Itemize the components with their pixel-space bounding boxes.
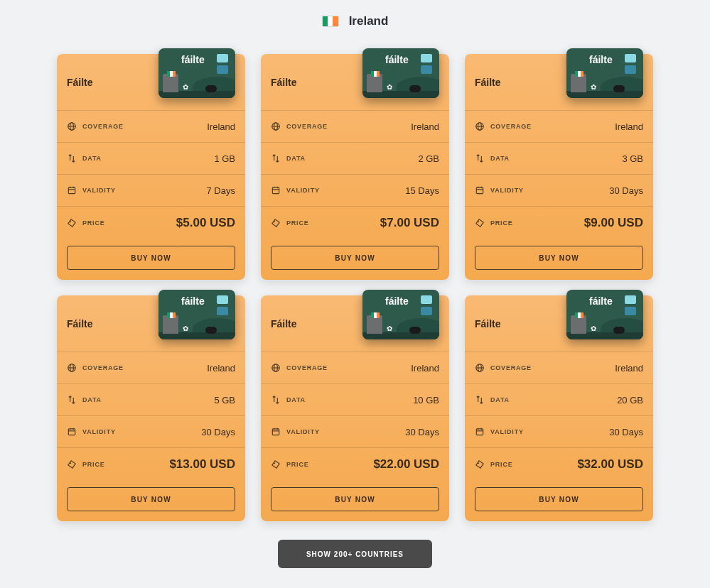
plan-card: fáilte ✿ Fáilte COVERAGE Ireland DATA <box>261 54 449 280</box>
data-row: DATA 3 GB <box>465 143 653 175</box>
data-row: DATA 1 GB <box>57 143 245 175</box>
price-tag-icon <box>271 459 281 469</box>
validity-value: 30 Days <box>201 427 235 437</box>
globe-icon <box>271 363 281 373</box>
ireland-flag-icon <box>322 16 339 27</box>
esim-card-image: fáilte ✿ <box>158 48 235 98</box>
coverage-row: COVERAGE Ireland <box>465 352 653 384</box>
data-row: DATA 5 GB <box>57 384 245 416</box>
esim-card-image: fáilte ✿ <box>362 48 439 98</box>
data-row: DATA 10 GB <box>261 384 449 416</box>
svg-rect-35 <box>272 429 279 435</box>
sim-chip-icon <box>217 295 228 304</box>
price-tag-icon <box>67 459 77 469</box>
validity-label: VALIDITY <box>286 428 320 435</box>
validity-value: 30 Days <box>609 185 643 196</box>
buy-now-button[interactable]: BUY NOW <box>271 487 439 511</box>
coverage-label: COVERAGE <box>286 123 328 130</box>
coverage-value: Ireland <box>411 363 439 374</box>
data-row: DATA 20 GB <box>465 384 653 416</box>
data-label: DATA <box>286 396 306 403</box>
calendar-icon <box>67 427 77 437</box>
esim-brand: fáilte <box>385 295 409 307</box>
plan-name: Fáilte <box>67 318 93 330</box>
coverage-value: Ireland <box>207 363 235 374</box>
coverage-row: COVERAGE Ireland <box>57 111 245 143</box>
svg-rect-19 <box>476 187 483 194</box>
validity-value: 15 Days <box>405 185 439 196</box>
buy-now-button[interactable]: BUY NOW <box>475 246 643 270</box>
buy-now-button[interactable]: BUY NOW <box>271 246 439 270</box>
validity-value: 30 Days <box>609 427 643 437</box>
validity-row: VALIDITY 30 Days <box>465 416 653 448</box>
coverage-value: Ireland <box>615 121 643 132</box>
data-label: DATA <box>490 396 510 403</box>
validity-label: VALIDITY <box>82 428 116 435</box>
price-value: $5.00 USD <box>176 216 235 230</box>
globe-icon <box>271 121 281 131</box>
coverage-label: COVERAGE <box>286 364 328 371</box>
svg-rect-27 <box>68 429 75 435</box>
calendar-icon <box>67 185 77 195</box>
price-label: PRICE <box>82 461 105 468</box>
validity-row: VALIDITY 30 Days <box>261 416 449 448</box>
data-label: DATA <box>82 155 102 162</box>
price-label: PRICE <box>490 219 513 227</box>
buy-now-button[interactable]: BUY NOW <box>67 246 235 270</box>
price-label: PRICE <box>286 219 309 227</box>
price-value: $13.00 USD <box>169 457 235 472</box>
validity-label: VALIDITY <box>490 428 524 435</box>
validity-row: VALIDITY 30 Days <box>465 175 653 207</box>
globe-icon <box>475 121 485 131</box>
arrows-icon <box>67 153 77 163</box>
globe-icon <box>67 121 77 131</box>
price-value: $7.00 USD <box>380 216 439 230</box>
data-value: 20 GB <box>617 395 643 405</box>
price-label: PRICE <box>286 461 309 468</box>
country-title: Ireland <box>349 14 389 28</box>
svg-point-23 <box>478 221 479 222</box>
price-tag-icon <box>67 218 77 228</box>
footer: SHOW 200+ COUNTRIES <box>0 535 710 582</box>
data-label: DATA <box>490 155 510 162</box>
price-row: PRICE $13.00 USD <box>57 448 245 480</box>
esim-brand: fáilte <box>385 54 409 65</box>
plan-name: Fáilte <box>475 77 501 88</box>
sim-chip-icon <box>217 54 228 62</box>
show-countries-button[interactable]: SHOW 200+ COUNTRIES <box>278 540 432 568</box>
calendar-icon <box>475 427 485 437</box>
coverage-value: Ireland <box>207 121 235 132</box>
validity-label: VALIDITY <box>490 187 524 194</box>
price-value: $22.00 USD <box>373 457 439 472</box>
buy-now-button[interactable]: BUY NOW <box>475 487 643 511</box>
plan-card: fáilte ✿ Fáilte COVERAGE Ireland DATA <box>57 54 245 280</box>
validity-row: VALIDITY 7 Days <box>57 175 245 207</box>
price-label: PRICE <box>82 219 105 227</box>
coverage-value: Ireland <box>411 121 439 132</box>
svg-rect-11 <box>272 187 279 194</box>
data-value: 10 GB <box>413 395 439 405</box>
price-row: PRICE $32.00 USD <box>465 448 653 480</box>
price-row: PRICE $9.00 USD <box>465 207 653 239</box>
coverage-value: Ireland <box>615 363 643 374</box>
plan-name: Fáilte <box>271 318 297 330</box>
coverage-row: COVERAGE Ireland <box>261 111 449 143</box>
price-tag-icon <box>271 218 281 228</box>
price-row: PRICE $22.00 USD <box>261 448 449 480</box>
esim-brand: fáilte <box>589 54 613 65</box>
coverage-label: COVERAGE <box>490 123 532 130</box>
coverage-label: COVERAGE <box>82 364 124 371</box>
validity-label: VALIDITY <box>82 187 116 194</box>
sim-chip-icon <box>625 54 636 62</box>
globe-icon <box>475 363 485 373</box>
validity-value: 7 Days <box>207 185 235 196</box>
arrows-icon <box>475 153 485 163</box>
arrows-icon <box>475 395 485 405</box>
svg-point-7 <box>70 221 71 222</box>
validity-row: VALIDITY 15 Days <box>261 175 449 207</box>
price-tag-icon <box>475 218 485 228</box>
svg-point-47 <box>478 462 479 464</box>
sim-chip-icon <box>625 295 636 304</box>
buy-now-button[interactable]: BUY NOW <box>67 487 235 511</box>
validity-row: VALIDITY 30 Days <box>57 416 245 448</box>
